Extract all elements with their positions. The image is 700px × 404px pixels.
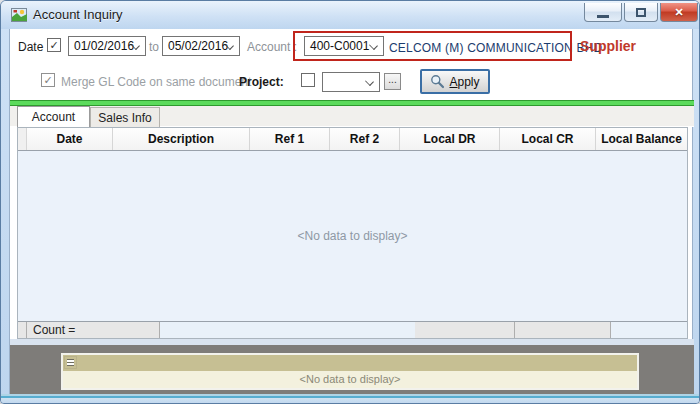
tab-account[interactable]: Account [17, 106, 90, 127]
bottom-dock: <No data to display> [10, 345, 694, 394]
close-icon: ✕ [674, 6, 683, 19]
local-dr-summary-cell [415, 322, 515, 338]
date-label: Date [18, 40, 43, 54]
column-header-date[interactable]: Date [27, 128, 113, 150]
close-button[interactable]: ✕ [660, 3, 698, 22]
detail-panel: <No data to display> [61, 353, 639, 390]
maximize-button[interactable] [624, 3, 658, 22]
project-combo[interactable] [322, 72, 380, 92]
local-balance-summary-cell [611, 322, 687, 338]
account-label: Account : [247, 40, 297, 54]
apply-button[interactable]: Apply [420, 69, 490, 94]
column-header-ref2[interactable]: Ref 2 [330, 128, 400, 150]
date-to-combo[interactable]: 05/02/2016 [162, 36, 240, 56]
merge-gl-label: Merge GL Code on same document [61, 75, 251, 89]
apply-button-label: Apply [449, 75, 479, 89]
project-label: Project: [239, 75, 284, 89]
column-header-ref1[interactable]: Ref 1 [250, 128, 330, 150]
detail-panel-header [63, 355, 637, 371]
window-bottom-frame [1, 394, 700, 404]
footer-indicator-cell [18, 322, 27, 338]
account-code-value: 400-C0001 [310, 39, 369, 53]
account-combo[interactable]: 400-C0001 [304, 36, 384, 56]
window-controls: ✕ [584, 3, 698, 22]
chevron-down-icon [365, 77, 374, 86]
window-title: Account Inquiry [33, 1, 123, 29]
minimize-button[interactable] [584, 3, 622, 22]
transactions-grid: Date Description Ref 1 Ref 2 Local DR Lo… [17, 127, 688, 339]
app-icon [11, 7, 27, 23]
footer-spacer-cell [160, 322, 415, 338]
column-header-description[interactable]: Description [113, 128, 250, 150]
local-cr-summary-cell [515, 322, 611, 338]
grid-header-row: Date Description Ref 1 Ref 2 Local DR Lo… [18, 128, 687, 151]
row-indicator-header [18, 128, 27, 150]
account-inquiry-window: Account Inquiry ✕ Date ✓ 01/02/2016 to 0… [0, 0, 700, 404]
project-checkbox[interactable] [301, 73, 315, 87]
tab-sales-info[interactable]: Sales Info [90, 107, 160, 127]
minimize-icon [597, 15, 609, 18]
account-name-text: CELCOM (M) COMMUNICATION BHD [389, 41, 602, 55]
merge-gl-checkbox[interactable]: ✓ [41, 73, 55, 87]
column-header-local-dr[interactable]: Local DR [400, 128, 500, 150]
date-to-value: 05/02/2016 [168, 39, 228, 53]
grid-body: <No data to display> [18, 151, 687, 321]
to-label: to [149, 40, 159, 54]
grid-footer-row: Count = [18, 321, 687, 338]
count-summary-cell: Count = [27, 322, 160, 338]
detail-panel-empty-message: <No data to display> [63, 371, 637, 388]
grid-icon [64, 356, 77, 369]
date-checkbox[interactable]: ✓ [47, 38, 61, 52]
date-from-value: 01/02/2016 [74, 39, 134, 53]
column-header-local-cr[interactable]: Local CR [500, 128, 596, 150]
maximize-icon [636, 8, 646, 17]
column-header-local-balance[interactable]: Local Balance [596, 128, 687, 150]
supplier-annotation-label: Supplier [580, 38, 636, 54]
project-browse-button[interactable]: ... [384, 73, 401, 90]
client-area: Date ✓ 01/02/2016 to 05/02/2016 Account … [9, 29, 693, 394]
grid-empty-message: <No data to display> [18, 229, 687, 243]
titlebar[interactable]: Account Inquiry ✕ [1, 1, 700, 29]
tab-bar: Account Sales Info [10, 106, 694, 127]
date-from-combo[interactable]: 01/02/2016 [68, 36, 146, 56]
search-icon [430, 74, 445, 89]
chevron-down-icon [369, 41, 378, 50]
